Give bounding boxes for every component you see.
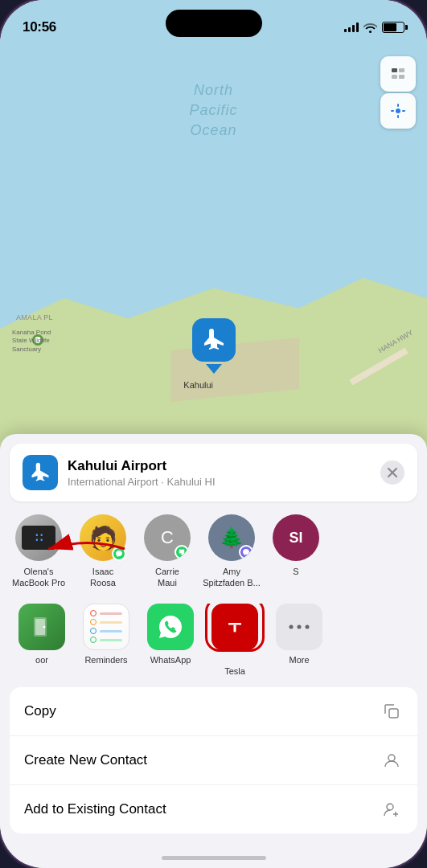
contact-avatar-si: SI [273,514,319,561]
map-controls [380,56,416,129]
create-contact-icon [380,749,403,772]
map-label-kanaha: Kanaha PondState WildlifeSanctuary [12,329,76,354]
red-arrow [24,529,129,572]
map-area[interactable]: NorthPacificOcean AMALA PL Kanaha PondSt… [0,0,427,450]
airport-card-icon [23,455,58,490]
svg-rect-2 [399,68,404,72]
airport-card: Kahului Airport International Airport · … [10,444,417,502]
contact-item[interactable]: 🌲 AmySpitzfaden B... [203,514,261,589]
tesla-app-icon [211,604,258,650]
copy-label: Copy [24,703,56,719]
svg-rect-10 [234,624,236,632]
svg-rect-3 [392,75,397,79]
tesla-highlight [211,604,258,650]
apps-row: oor Reminders [10,604,417,676]
airport-card-info: Kahului Airport International Airport · … [68,458,216,488]
action-copy[interactable]: Copy [10,687,417,736]
messenger-badge-amy [239,545,253,559]
action-add-existing[interactable]: Add to Existing Contact [10,785,417,833]
more-app-icon [276,604,322,650]
contact-item[interactable]: C CarrieMaui [138,514,196,589]
app-item-reminders[interactable]: Reminders [77,604,135,676]
app-item-more[interactable]: More [270,604,328,676]
contact-item[interactable]: SI S [267,514,325,589]
svg-point-12 [298,624,302,628]
map-background: NorthPacificOcean AMALA PL Kanaha PondSt… [0,0,427,450]
airport-subtitle: International Airport · Kahului HI [68,476,216,488]
add-existing-icon [380,798,403,821]
svg-point-13 [306,624,310,628]
airport-pin-arrow [206,364,222,374]
reminders-content [85,604,127,649]
door-app-icon [18,604,65,650]
svg-rect-1 [392,68,397,72]
svg-point-11 [289,624,294,628]
svg-point-8 [43,625,46,628]
screen: 10:56 NorthPacificOcean [0,0,427,868]
more-app-label: More [289,655,309,665]
action-create-contact[interactable]: Create New Contact [10,736,417,785]
home-indicator [162,856,266,860]
contact-name-carrie: CarrieMaui [155,566,179,589]
close-button[interactable] [380,461,404,485]
app-item-door[interactable]: oor [13,604,71,676]
bottom-sheet: Kahului Airport International Airport · … [0,434,427,868]
phone-frame: 10:56 NorthPacificOcean [0,0,427,868]
app-item-whatsapp[interactable]: WhatsApp [142,604,199,676]
svg-rect-15 [389,709,398,718]
reminders-app-label: Reminders [84,655,127,665]
action-list: Copy Create New Contact [10,687,417,833]
contact-avatar-amy: 🌲 [208,514,255,561]
signal-icon [344,23,359,32]
contact-avatar-carrie: C [144,514,191,561]
door-app-label: oor [35,655,48,665]
svg-rect-4 [399,75,404,79]
svg-point-17 [387,804,393,810]
add-existing-label: Add to Existing Contact [24,801,166,817]
svg-rect-9 [228,623,241,625]
map-view-button[interactable] [380,56,416,92]
reminders-app-icon [83,604,129,650]
whatsapp-app-icon [147,604,194,650]
map-location-button[interactable] [380,93,416,129]
dynamic-island [166,10,262,37]
airport-name: Kahului Airport [68,458,216,474]
battery-icon [382,22,404,33]
airport-map-pin[interactable] [192,318,236,362]
app-item-tesla[interactable]: Tesla [206,604,264,676]
airport-card-left: Kahului Airport International Airport · … [23,455,216,490]
status-icons [344,22,404,33]
copy-icon [380,700,403,723]
create-contact-label: Create New Contact [24,752,147,768]
wifi-icon [363,23,377,33]
status-time: 10:56 [23,19,56,35]
ocean-label: NorthPacificOcean [189,80,237,141]
contact-name-si: S [293,566,298,577]
map-label-amala: AMALA PL [16,313,53,321]
share-section: ∷ Olena'sMacBook Pro 🧑 [0,502,427,676]
whatsapp-app-label: WhatsApp [150,655,191,665]
map-label-kahului: Kahului [183,380,213,390]
tesla-app-label: Tesla [224,666,245,676]
svg-point-5 [396,108,400,113]
contact-name-amy: AmySpitzfaden B... [203,566,261,589]
messages-badge [174,545,189,559]
svg-point-16 [388,755,395,761]
